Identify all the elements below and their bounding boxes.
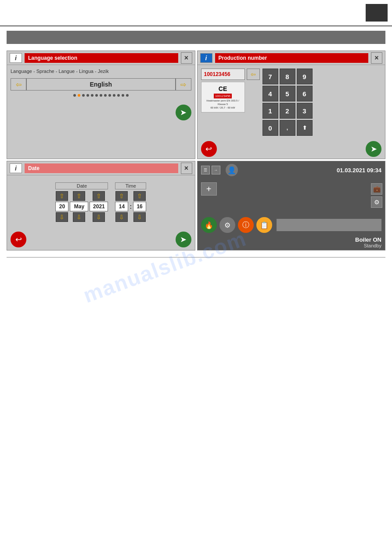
language-panel-body: Language - Sprache - Langue - Lingua - J…: [7, 65, 195, 102]
corner-box: [366, 4, 388, 22]
language-next-button[interactable]: ⇨: [176, 78, 191, 91]
year-field: ⇧ 2021 ⇩: [90, 191, 108, 222]
production-panel: i Production number × 100123456 ⇦ CE 100…: [197, 51, 386, 159]
month-up-button[interactable]: ⇧: [73, 191, 85, 201]
main-screen-bottombar: 🔥 ⚙ ⓘ 📋: [198, 215, 385, 235]
hour-field: ⇧ 14 ⇩: [115, 191, 128, 222]
month-down-button[interactable]: ⇩: [73, 212, 85, 222]
dot-1: [73, 94, 76, 97]
day-down-button[interactable]: ⇩: [56, 212, 68, 222]
production-back-button[interactable]: ↩: [201, 141, 217, 157]
main-screen-status-area: Boiler ON Standby: [198, 235, 385, 250]
minute-down-button[interactable]: ⇩: [133, 212, 146, 222]
dot-6: [95, 94, 98, 97]
numpad-8[interactable]: 8: [280, 69, 295, 84]
production-label-line3: 60 kW / 20,7 - 60 kW: [210, 106, 235, 110]
main-screen-info-button[interactable]: ⓘ: [238, 217, 254, 233]
main-screen-network-icon: →: [212, 166, 220, 174]
main-screen-body: +: [198, 179, 385, 215]
year-down-button[interactable]: ⇩: [93, 212, 105, 222]
date-close-button[interactable]: ×: [181, 163, 192, 174]
dot-5: [91, 94, 94, 97]
date-label: Date: [55, 182, 108, 189]
time-label: Time: [115, 182, 146, 189]
production-close-button[interactable]: ×: [371, 52, 382, 64]
time-fields: ⇧ 14 ⇩ : ⇧ 16 ⇩: [115, 191, 146, 222]
language-panel: i Language selection × Language - Sprach…: [7, 51, 195, 159]
dot-8: [104, 94, 107, 97]
hour-up-button[interactable]: ⇧: [115, 191, 128, 201]
main-screen-user-icon: 👤: [226, 164, 238, 176]
language-close-button[interactable]: ×: [181, 52, 192, 64]
main-screen-side-icons: 💼 ⚙: [371, 183, 382, 208]
main-screen-add-button[interactable]: +: [201, 182, 217, 196]
language-prev-button[interactable]: ⇦: [11, 78, 26, 91]
hour-value: 14: [115, 202, 128, 211]
main-screen-panel: ☰ → 👤 01.03.2021 09:34 + 💼 ⚙ 🔥 ⚙ ⓘ 📋 Boi…: [197, 161, 386, 250]
main-screen-settings-icon[interactable]: ⚙: [371, 196, 382, 208]
production-confirm-button[interactable]: ➤: [366, 141, 381, 157]
production-backspace-button[interactable]: ⇦: [247, 69, 260, 80]
hour-down-button[interactable]: ⇩: [115, 212, 128, 222]
dot-3: [82, 94, 85, 97]
production-panel-body: 100123456 ⇦ CE 100123456 Heatmaster pem …: [198, 65, 385, 139]
language-dots: [11, 94, 191, 97]
numpad-6[interactable]: 6: [297, 86, 313, 102]
dot-11: [117, 94, 120, 97]
production-panel-title: Production number: [215, 53, 369, 63]
language-subtitle: Language - Sprache - Langue - Lingua - J…: [11, 69, 191, 74]
year-value: 2021: [90, 202, 108, 211]
production-left-column: 100123456 ⇦ CE 100123456 Heatmaster pem …: [201, 69, 260, 136]
date-info-icon: i: [10, 163, 22, 173]
dot-4: [86, 94, 89, 97]
numpad-2[interactable]: 2: [280, 103, 295, 119]
standby-status: Standby: [201, 243, 382, 248]
day-up-button[interactable]: ⇧: [56, 191, 68, 201]
production-info-icon: i: [200, 53, 212, 63]
dot-12: [122, 94, 124, 97]
main-screen-list-button[interactable]: 📋: [256, 217, 272, 233]
production-number-input[interactable]: 100123456: [201, 69, 245, 80]
numpad-1[interactable]: 1: [263, 103, 278, 119]
dot-2: [78, 94, 80, 97]
language-panel-title: Language selection: [25, 53, 178, 63]
production-label-number: 100123456: [214, 94, 232, 98]
dot-10: [113, 94, 115, 97]
main-screen-fire-button[interactable]: 🔥: [201, 217, 217, 233]
numpad-up[interactable]: ⬆: [297, 120, 313, 136]
day-value: 20: [55, 202, 68, 211]
production-panel-header: i Production number ×: [198, 51, 385, 65]
numpad-0[interactable]: 0: [263, 120, 278, 136]
numpad-5[interactable]: 5: [280, 86, 295, 102]
month-value: May: [70, 202, 88, 211]
main-screen-datetime: 01.03.2021 09:34: [337, 167, 381, 174]
production-panel-footer: ↩ ➤: [198, 139, 385, 159]
numpad-7[interactable]: 7: [263, 69, 278, 84]
date-panel-body: Date ⇧ 20 ⇩ ⇧ May ⇩ ⇧: [7, 175, 195, 229]
main-screen-status-bar: [277, 219, 382, 231]
main-screen-briefcase-icon[interactable]: 💼: [371, 183, 382, 195]
main-screen-menu-icon[interactable]: ☰: [201, 166, 210, 174]
numpad-4[interactable]: 4: [263, 86, 278, 102]
production-label-image: CE 100123456 Heatmaster pem EN 303.5 / K…: [201, 82, 245, 112]
month-field: ⇧ May ⇩: [70, 191, 88, 222]
language-panel-footer: ➤: [7, 102, 195, 123]
date-panel-header: i Date ×: [7, 161, 195, 175]
numpad-comma[interactable]: ,: [280, 120, 295, 136]
production-input-row: 100123456 ⇦: [201, 69, 260, 80]
minute-value: 16: [133, 202, 146, 211]
date-group: Date ⇧ 20 ⇩ ⇧ May ⇩ ⇧: [55, 182, 108, 222]
language-display: English: [26, 78, 176, 91]
numpad-3[interactable]: 3: [297, 103, 313, 119]
main-screen-topbar: ☰ → 👤 01.03.2021 09:34: [198, 161, 385, 179]
language-confirm-button[interactable]: ➤: [176, 105, 191, 120]
year-up-button[interactable]: ⇧: [93, 191, 105, 201]
minute-up-button[interactable]: ⇧: [133, 191, 146, 201]
date-confirm-button[interactable]: ➤: [176, 232, 191, 247]
date-panel: i Date × Date ⇧ 20 ⇩: [7, 161, 195, 250]
numpad-9[interactable]: 9: [297, 69, 313, 84]
language-info-icon: i: [10, 53, 22, 63]
date-back-button[interactable]: ↩: [11, 232, 26, 247]
main-screen-gear-button[interactable]: ⚙: [219, 217, 235, 233]
production-label-line1: Heatmaster pem EN 303.5 / Klasse 5: [203, 99, 243, 106]
